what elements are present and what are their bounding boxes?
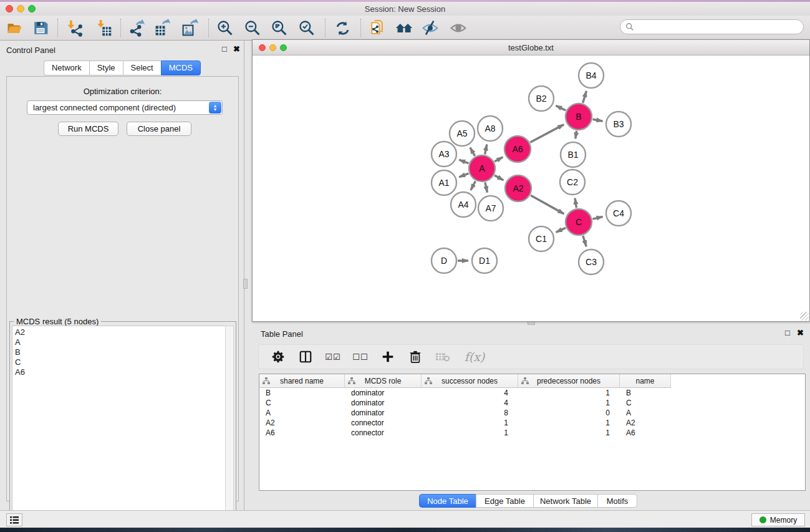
tab-mcds[interactable]: MCDS bbox=[161, 60, 201, 75]
column-header-predecessor-nodes[interactable]: predecessor nodes bbox=[518, 374, 620, 387]
graph-node-A5[interactable]: A5 bbox=[450, 121, 475, 146]
graph-node-C2[interactable]: C2 bbox=[560, 170, 585, 195]
zoom-in-icon[interactable] bbox=[215, 17, 236, 39]
show-all-icon[interactable] bbox=[448, 17, 469, 39]
edge-C-C3[interactable] bbox=[583, 236, 586, 246]
node-table[interactable]: shared nameMCDS rolesuccessor nodesprede… bbox=[259, 374, 806, 491]
column-header-name[interactable]: name bbox=[620, 374, 671, 387]
graph-node-A4[interactable]: A4 bbox=[451, 192, 476, 217]
graph-node-A3[interactable]: A3 bbox=[432, 142, 456, 167]
vertical-split-handle[interactable] bbox=[243, 279, 248, 289]
export-network-icon[interactable] bbox=[125, 17, 147, 39]
graph-node-A1[interactable]: A1 bbox=[432, 170, 456, 195]
tab-network[interactable]: Network bbox=[44, 60, 89, 75]
edge-B-B4[interactable] bbox=[583, 91, 587, 103]
show-columns-icon[interactable] bbox=[297, 349, 314, 365]
tab-select[interactable]: Select bbox=[123, 60, 161, 75]
close-panel-button[interactable]: Close panel bbox=[127, 122, 191, 136]
mcds-result-item[interactable]: B bbox=[15, 347, 226, 357]
graph-node-A2[interactable]: A2 bbox=[505, 175, 531, 201]
edge-A2-C[interactable] bbox=[531, 195, 564, 214]
graph-node-D1[interactable]: D1 bbox=[472, 248, 497, 273]
column-header-successor-nodes[interactable]: successor nodes bbox=[422, 374, 518, 387]
network-graph[interactable]: B4B2BB3A5A8A6B1A3AA1C2A2A4A7C4CC1C3DD1 bbox=[253, 56, 809, 321]
task-history-button[interactable] bbox=[6, 513, 22, 526]
float-table-panel-icon[interactable]: □ bbox=[785, 329, 790, 337]
delete-table-icon[interactable] bbox=[435, 349, 451, 365]
tab-edge-table[interactable]: Edge Table bbox=[476, 494, 533, 508]
zoom-selected-icon[interactable] bbox=[296, 17, 317, 39]
mcds-result-list[interactable]: A2ABCA6 bbox=[12, 326, 226, 530]
window-resize-grip[interactable] bbox=[800, 312, 809, 321]
tab-motifs[interactable]: Motifs bbox=[597, 494, 637, 508]
graph-node-C3[interactable]: C3 bbox=[579, 249, 604, 274]
run-mcds-button[interactable]: Run MCDS bbox=[58, 122, 118, 136]
graph-node-A[interactable]: A bbox=[469, 155, 495, 181]
graph-node-A8[interactable]: A8 bbox=[478, 116, 503, 141]
table-settings-icon[interactable] bbox=[270, 349, 286, 365]
network-canvas[interactable]: B4B2BB3A5A8A6B1A3AA1C2A2A4A7C4CC1C3DD1 bbox=[253, 56, 809, 321]
clone-network-icon[interactable] bbox=[367, 17, 388, 39]
criterion-select[interactable]: largest connected component (directed) ▲… bbox=[27, 100, 223, 115]
export-table-icon[interactable] bbox=[152, 17, 173, 39]
edge-B-B3[interactable] bbox=[593, 119, 603, 121]
zoom-fit-icon[interactable] bbox=[269, 17, 290, 39]
edge-A-A5[interactable] bbox=[470, 148, 475, 156]
graph-node-C4[interactable]: C4 bbox=[606, 201, 631, 226]
graph-node-A7[interactable]: A7 bbox=[478, 196, 503, 221]
graph-node-C1[interactable]: C1 bbox=[529, 226, 554, 251]
mcds-result-item[interactable]: C bbox=[15, 357, 226, 367]
graph-node-B1[interactable]: B1 bbox=[561, 142, 586, 167]
first-neighbors-icon[interactable] bbox=[393, 17, 415, 39]
table-row[interactable]: A6connector11A6 bbox=[259, 428, 805, 438]
mcds-result-item[interactable]: A6 bbox=[15, 367, 226, 377]
graph-node-D[interactable]: D bbox=[432, 248, 456, 273]
graph-node-C[interactable]: C bbox=[566, 209, 592, 235]
open-file-icon[interactable] bbox=[4, 17, 25, 39]
edge-C-C4[interactable] bbox=[592, 217, 602, 220]
edge-C-C1[interactable] bbox=[556, 228, 566, 232]
edge-A-A4[interactable] bbox=[471, 181, 475, 190]
table-row[interactable]: Adominator80A bbox=[259, 408, 805, 418]
edge-C-C2[interactable] bbox=[575, 198, 576, 208]
edge-A-A1[interactable] bbox=[459, 173, 468, 177]
graph-node-B[interactable]: B bbox=[566, 104, 592, 130]
deselect-all-columns-icon[interactable]: ☐☐ bbox=[352, 349, 369, 365]
close-panel-icon[interactable]: ✖ bbox=[233, 45, 240, 53]
table-row[interactable]: A2connector11A2 bbox=[259, 418, 805, 428]
close-table-panel-icon[interactable]: ✖ bbox=[797, 329, 804, 337]
tab-style[interactable]: Style bbox=[89, 60, 123, 75]
mcds-result-item[interactable]: A bbox=[15, 337, 226, 347]
edge-A-A3[interactable] bbox=[459, 160, 468, 163]
tab-network-table[interactable]: Network Table bbox=[533, 494, 597, 508]
graph-node-A6[interactable]: A6 bbox=[504, 136, 531, 162]
hide-selected-icon[interactable] bbox=[420, 17, 441, 39]
float-panel-icon[interactable]: □ bbox=[222, 45, 227, 53]
edge-B-B1[interactable] bbox=[576, 131, 577, 139]
edge-A-A2[interactable] bbox=[494, 175, 503, 180]
edge-A-A7[interactable] bbox=[485, 182, 488, 192]
graph-node-B3[interactable]: B3 bbox=[606, 112, 631, 137]
apply-function-icon[interactable]: f(x) bbox=[462, 349, 487, 365]
mcds-result-scrollbar[interactable] bbox=[225, 326, 234, 530]
import-network-icon[interactable] bbox=[64, 17, 85, 39]
zoom-out-icon[interactable] bbox=[242, 17, 263, 39]
edge-A-A8[interactable] bbox=[485, 144, 487, 154]
table-row[interactable]: Cdominator41C bbox=[259, 398, 805, 408]
graph-node-B4[interactable]: B4 bbox=[579, 63, 604, 88]
memory-button[interactable]: Memory bbox=[751, 513, 805, 526]
edge-A6-B[interactable] bbox=[530, 125, 564, 143]
add-column-icon[interactable] bbox=[380, 349, 396, 365]
column-header-MCDS-role[interactable]: MCDS role bbox=[345, 374, 422, 387]
tab-node-table[interactable]: Node Table bbox=[419, 494, 476, 508]
mcds-result-item[interactable]: A2 bbox=[15, 327, 226, 337]
table-row[interactable]: Bdominator41B bbox=[259, 388, 805, 398]
edge-B-B2[interactable] bbox=[556, 105, 566, 110]
delete-columns-icon[interactable] bbox=[407, 349, 423, 365]
column-header-shared-name[interactable]: shared name bbox=[259, 374, 345, 387]
import-table-icon[interactable] bbox=[93, 17, 114, 39]
select-all-columns-icon[interactable]: ☑☑ bbox=[325, 349, 341, 365]
graph-node-B2[interactable]: B2 bbox=[529, 86, 554, 111]
save-session-icon[interactable] bbox=[30, 17, 51, 39]
refresh-icon[interactable] bbox=[332, 17, 353, 39]
